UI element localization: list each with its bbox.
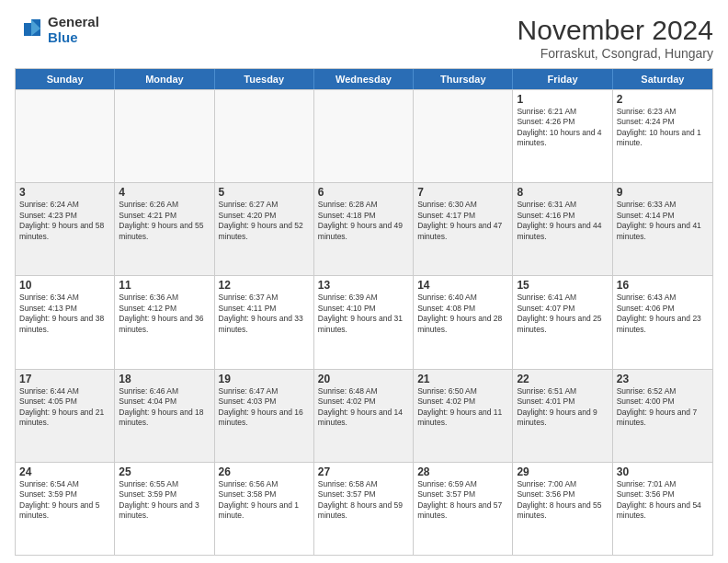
day-info: Sunrise: 6:44 AMSunset: 4:05 PMDaylight:… (19, 386, 110, 429)
day-number: 13 (318, 279, 409, 292)
day-number: 17 (19, 373, 110, 385)
table-row: 6Sunrise: 6:28 AMSunset: 4:18 PMDaylight… (314, 183, 414, 275)
day-number: 19 (219, 373, 310, 385)
table-row: 7Sunrise: 6:30 AMSunset: 4:17 PMDaylight… (414, 183, 513, 275)
day-number: 26 (219, 465, 310, 478)
day-info: Sunrise: 6:47 AMSunset: 4:03 PMDaylight:… (219, 386, 310, 429)
month-title: November 2024 (518, 15, 713, 46)
day-number: 11 (119, 279, 210, 292)
table-row: 17Sunrise: 6:44 AMSunset: 4:05 PMDayligh… (16, 370, 115, 462)
day-info: Sunrise: 6:27 AMSunset: 4:20 PMDaylight:… (219, 200, 310, 242)
header-wednesday: Wednesday (314, 69, 414, 89)
day-number: 15 (517, 279, 608, 292)
table-row: 11Sunrise: 6:36 AMSunset: 4:12 PMDayligh… (115, 276, 214, 368)
table-row: 20Sunrise: 6:48 AMSunset: 4:02 PMDayligh… (314, 370, 414, 462)
day-number: 4 (119, 186, 210, 199)
day-number: 22 (517, 373, 608, 385)
day-info: Sunrise: 6:43 AMSunset: 4:06 PMDaylight:… (617, 293, 709, 335)
day-info: Sunrise: 7:00 AMSunset: 3:56 PMDaylight:… (517, 479, 608, 522)
week-row-1: 3Sunrise: 6:24 AMSunset: 4:23 PMDaylight… (16, 182, 712, 275)
logo-general-text: General (48, 15, 99, 30)
table-row: 18Sunrise: 6:46 AMSunset: 4:04 PMDayligh… (115, 370, 214, 462)
header: General Blue November 2024 Forraskut, Cs… (15, 15, 713, 61)
day-number: 30 (617, 465, 709, 478)
day-number: 21 (417, 373, 508, 385)
table-row (16, 90, 115, 182)
table-row: 8Sunrise: 6:31 AMSunset: 4:16 PMDaylight… (513, 183, 612, 275)
header-friday: Friday (513, 69, 612, 89)
table-row: 13Sunrise: 6:39 AMSunset: 4:10 PMDayligh… (314, 276, 414, 368)
day-info: Sunrise: 6:26 AMSunset: 4:21 PMDaylight:… (119, 200, 210, 242)
table-row: 5Sunrise: 6:27 AMSunset: 4:20 PMDaylight… (215, 183, 314, 275)
day-info: Sunrise: 6:37 AMSunset: 4:11 PMDaylight:… (219, 293, 310, 335)
table-row: 2Sunrise: 6:23 AMSunset: 4:24 PMDaylight… (613, 90, 712, 182)
week-row-3: 17Sunrise: 6:44 AMSunset: 4:05 PMDayligh… (16, 369, 712, 462)
logo-text: General Blue (48, 15, 99, 45)
day-number: 24 (19, 465, 110, 478)
day-number: 20 (318, 373, 409, 385)
day-number: 23 (617, 373, 709, 385)
calendar-header: Sunday Monday Tuesday Wednesday Thursday… (16, 69, 712, 89)
day-number: 6 (318, 186, 409, 199)
day-info: Sunrise: 6:46 AMSunset: 4:04 PMDaylight:… (119, 386, 210, 429)
day-info: Sunrise: 6:33 AMSunset: 4:14 PMDaylight:… (617, 200, 709, 242)
day-info: Sunrise: 6:39 AMSunset: 4:10 PMDaylight:… (318, 293, 409, 335)
title-section: November 2024 Forraskut, Csongrad, Hunga… (518, 15, 713, 61)
week-row-4: 24Sunrise: 6:54 AMSunset: 3:59 PMDayligh… (16, 462, 712, 555)
day-number: 9 (617, 186, 709, 199)
table-row: 23Sunrise: 6:52 AMSunset: 4:00 PMDayligh… (613, 370, 712, 462)
day-info: Sunrise: 6:41 AMSunset: 4:07 PMDaylight:… (517, 293, 608, 335)
day-number: 8 (517, 186, 608, 199)
day-number: 10 (19, 279, 110, 292)
day-info: Sunrise: 6:24 AMSunset: 4:23 PMDaylight:… (19, 200, 110, 242)
day-number: 29 (517, 465, 608, 478)
day-info: Sunrise: 6:52 AMSunset: 4:00 PMDaylight:… (617, 386, 709, 429)
day-number: 12 (219, 279, 310, 292)
day-number: 1 (517, 93, 608, 106)
day-info: Sunrise: 6:23 AMSunset: 4:24 PMDaylight:… (617, 107, 709, 149)
table-row: 26Sunrise: 6:56 AMSunset: 3:58 PMDayligh… (215, 463, 314, 555)
day-info: Sunrise: 6:56 AMSunset: 3:58 PMDaylight:… (219, 479, 310, 522)
table-row (115, 90, 214, 182)
table-row: 1Sunrise: 6:21 AMSunset: 4:26 PMDaylight… (513, 90, 612, 182)
calendar-body: 1Sunrise: 6:21 AMSunset: 4:26 PMDaylight… (16, 89, 712, 555)
day-number: 2 (617, 93, 709, 106)
table-row: 24Sunrise: 6:54 AMSunset: 3:59 PMDayligh… (16, 463, 115, 555)
table-row: 28Sunrise: 6:59 AMSunset: 3:57 PMDayligh… (414, 463, 513, 555)
day-number: 28 (417, 465, 508, 478)
table-row: 12Sunrise: 6:37 AMSunset: 4:11 PMDayligh… (215, 276, 314, 368)
day-info: Sunrise: 6:55 AMSunset: 3:59 PMDaylight:… (119, 479, 210, 522)
table-row: 4Sunrise: 6:26 AMSunset: 4:21 PMDaylight… (115, 183, 214, 275)
day-info: Sunrise: 6:48 AMSunset: 4:02 PMDaylight:… (318, 386, 409, 429)
day-info: Sunrise: 6:40 AMSunset: 4:08 PMDaylight:… (417, 293, 508, 335)
day-info: Sunrise: 6:59 AMSunset: 3:57 PMDaylight:… (417, 479, 508, 522)
table-row: 22Sunrise: 6:51 AMSunset: 4:01 PMDayligh… (513, 370, 612, 462)
day-info: Sunrise: 6:50 AMSunset: 4:02 PMDaylight:… (417, 386, 508, 429)
table-row: 25Sunrise: 6:55 AMSunset: 3:59 PMDayligh… (115, 463, 214, 555)
day-number: 5 (219, 186, 310, 199)
day-number: 16 (617, 279, 709, 292)
header-saturday: Saturday (613, 69, 712, 89)
day-info: Sunrise: 6:36 AMSunset: 4:12 PMDaylight:… (119, 293, 210, 335)
calendar: Sunday Monday Tuesday Wednesday Thursday… (15, 68, 713, 556)
table-row: 15Sunrise: 6:41 AMSunset: 4:07 PMDayligh… (513, 276, 612, 368)
svg-marker-2 (24, 23, 31, 36)
day-number: 14 (417, 279, 508, 292)
table-row: 30Sunrise: 7:01 AMSunset: 3:56 PMDayligh… (613, 463, 712, 555)
day-info: Sunrise: 6:58 AMSunset: 3:57 PMDaylight:… (318, 479, 409, 522)
location: Forraskut, Csongrad, Hungary (518, 46, 713, 61)
table-row: 21Sunrise: 6:50 AMSunset: 4:02 PMDayligh… (414, 370, 513, 462)
table-row (414, 90, 513, 182)
day-info: Sunrise: 6:30 AMSunset: 4:17 PMDaylight:… (417, 200, 508, 242)
day-number: 27 (318, 465, 409, 478)
page: General Blue November 2024 Forraskut, Cs… (0, 0, 728, 563)
header-monday: Monday (115, 69, 214, 89)
table-row: 16Sunrise: 6:43 AMSunset: 4:06 PMDayligh… (613, 276, 712, 368)
table-row: 14Sunrise: 6:40 AMSunset: 4:08 PMDayligh… (414, 276, 513, 368)
week-row-2: 10Sunrise: 6:34 AMSunset: 4:13 PMDayligh… (16, 275, 712, 368)
logo: General Blue (15, 15, 99, 45)
day-info: Sunrise: 7:01 AMSunset: 3:56 PMDaylight:… (617, 479, 709, 522)
table-row: 3Sunrise: 6:24 AMSunset: 4:23 PMDaylight… (16, 183, 115, 275)
table-row: 19Sunrise: 6:47 AMSunset: 4:03 PMDayligh… (215, 370, 314, 462)
day-info: Sunrise: 6:31 AMSunset: 4:16 PMDaylight:… (517, 200, 608, 242)
